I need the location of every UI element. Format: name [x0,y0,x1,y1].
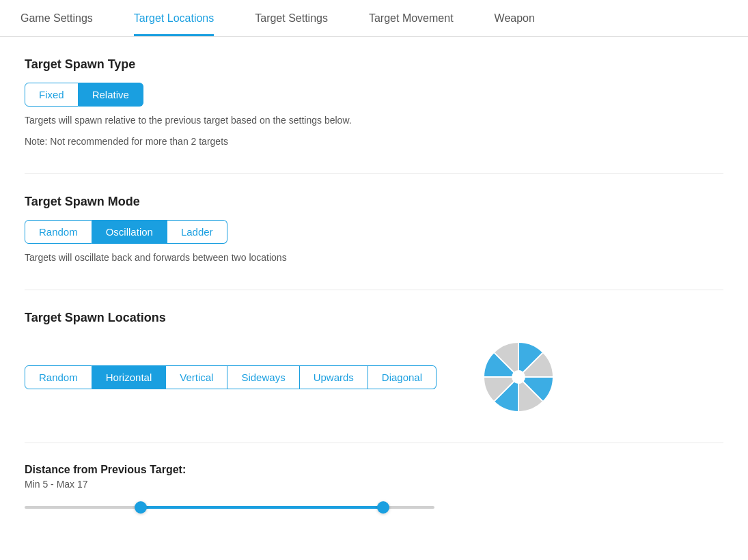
spawn-mode-oscillation-button[interactable]: Oscillation [92,220,167,244]
spawn-locations-button-group: Random Horizontal Vertical Sideways Upwa… [25,365,437,389]
target-spawn-type-section: Target Spawn Type Fixed Relative Targets… [25,57,723,149]
location-horizontal-button[interactable]: Horizontal [92,365,167,389]
location-random-button[interactable]: Random [25,365,92,389]
location-vertical-button[interactable]: Vertical [166,365,227,389]
spawn-type-relative-button[interactable]: Relative [79,83,143,107]
target-spawn-mode-title: Target Spawn Mode [25,195,723,209]
target-spawn-type-title: Target Spawn Type [25,57,723,72]
direction-wheel-icon [477,336,559,418]
distance-slider-container [25,501,434,514]
location-diagonal-button[interactable]: Diagonal [368,365,437,389]
spawn-type-desc1: Targets will spawn relative to the previ… [25,113,723,128]
main-content: Target Spawn Type Fixed Relative Targets… [0,37,748,535]
tab-target-locations[interactable]: Target Locations [134,0,214,36]
spawn-type-button-group: Fixed Relative [25,83,723,107]
spawn-mode-button-group: Random Oscillation Ladder [25,220,723,244]
tab-game-settings[interactable]: Game Settings [20,0,93,36]
slider-thumb-max[interactable] [377,501,389,514]
slider-thumb-min[interactable] [135,501,147,514]
tab-weapon[interactable]: Weapon [495,0,535,36]
spawn-locations-row: Random Horizontal Vertical Sideways Upwa… [25,336,723,418]
divider-2 [25,290,723,290]
distance-section: Distance from Previous Target: Min 5 - M… [25,464,723,514]
spawn-type-fixed-button[interactable]: Fixed [25,83,79,107]
spawn-mode-desc: Targets will oscillate back and forwards… [25,251,723,265]
tab-target-settings[interactable]: Target Settings [255,0,328,36]
divider-3 [25,443,723,443]
tab-target-movement[interactable]: Target Movement [369,0,454,36]
distance-label: Distance from Previous Target: [25,464,723,476]
spawn-mode-random-button[interactable]: Random [25,220,92,244]
location-sideways-button[interactable]: Sideways [227,365,299,389]
spawn-mode-ladder-button[interactable]: Ladder [167,220,227,244]
target-spawn-mode-section: Target Spawn Mode Random Oscillation Lad… [25,195,723,265]
slider-fill [141,506,383,509]
distance-values: Min 5 - Max 17 [25,479,723,490]
location-upwards-button[interactable]: Upwards [300,365,368,389]
spawn-type-desc2: Note: Not recommended for more than 2 ta… [25,135,723,149]
nav-tabs: Game Settings Target Locations Target Se… [0,0,748,37]
target-spawn-locations-section: Target Spawn Locations Random Horizontal… [25,311,723,418]
divider-1 [25,173,723,174]
target-spawn-locations-title: Target Spawn Locations [25,311,723,325]
